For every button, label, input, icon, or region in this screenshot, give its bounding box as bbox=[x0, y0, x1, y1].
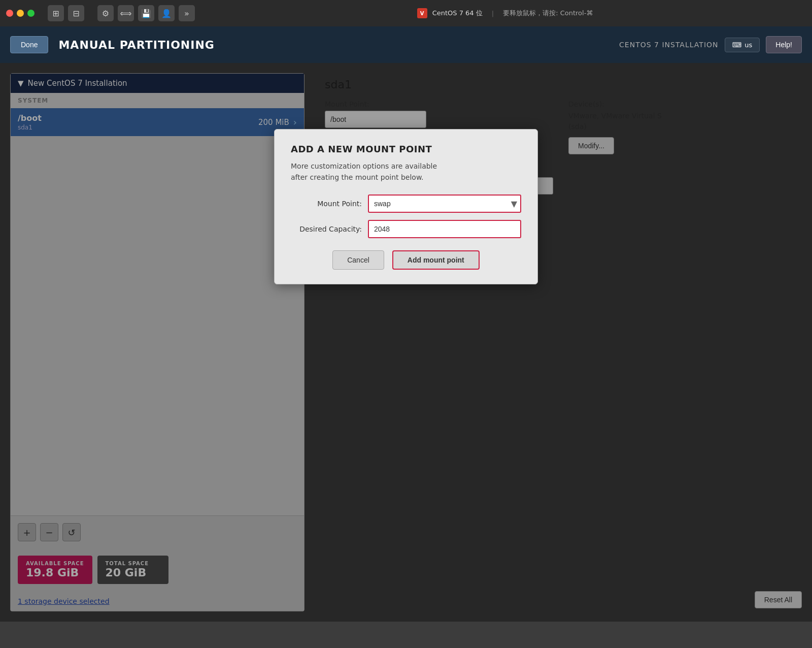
modal-buttons: Cancel Add mount point bbox=[291, 250, 521, 270]
keyboard-layout: us bbox=[745, 41, 752, 49]
cancel-button[interactable]: Cancel bbox=[332, 250, 384, 270]
done-button[interactable]: Done bbox=[10, 36, 48, 53]
connection-icon[interactable]: ⟺ bbox=[118, 5, 134, 21]
modal-capacity-row: Desired Capacity: bbox=[291, 220, 521, 238]
keyboard-icon: ⌨ bbox=[732, 41, 742, 49]
disk-icon[interactable]: 💾 bbox=[138, 5, 154, 21]
page-title: MANUAL PARTITIONING bbox=[58, 39, 214, 51]
centos-label: CENTOS 7 INSTALLATION bbox=[619, 41, 718, 49]
modal-mount-point-select[interactable]: swap / /boot /home /var /tmp bbox=[368, 195, 521, 213]
add-mount-point-dialog: ADD A NEW MOUNT POINT More customization… bbox=[274, 129, 538, 284]
display-icon[interactable]: ⊟ bbox=[68, 5, 84, 21]
minimize-button[interactable] bbox=[17, 10, 24, 17]
vm-icon: V bbox=[417, 8, 427, 18]
modal-title: ADD A NEW MOUNT POINT bbox=[291, 144, 521, 154]
modal-overlay: ADD A NEW MOUNT POINT More customization… bbox=[0, 63, 812, 622]
help-button[interactable]: Help! bbox=[766, 36, 802, 53]
titlebar-center: V CentOS 7 64 位 | 要释放鼠标，请按: Control-⌘ bbox=[204, 8, 806, 18]
titlebar-hint: 要释放鼠标，请按: Control-⌘ bbox=[503, 9, 593, 18]
sidebar-icon[interactable]: ⊞ bbox=[48, 5, 64, 21]
modal-mount-point-label: Mount Point: bbox=[291, 200, 362, 208]
modal-description: More customization options are available… bbox=[291, 160, 521, 183]
modal-mount-point-row: Mount Point: swap / /boot /home /var /tm… bbox=[291, 195, 521, 213]
modal-capacity-label: Desired Capacity: bbox=[291, 225, 362, 233]
more-icon[interactable]: » bbox=[179, 5, 195, 21]
user-icon[interactable]: 👤 bbox=[158, 5, 175, 21]
add-mount-point-button[interactable]: Add mount point bbox=[392, 250, 480, 270]
app-header: Done MANUAL PARTITIONING CENTOS 7 INSTAL… bbox=[0, 26, 812, 63]
modal-mount-point-wrapper: swap / /boot /home /var /tmp ▼ bbox=[368, 195, 521, 213]
close-button[interactable] bbox=[6, 10, 13, 17]
header-left: Done MANUAL PARTITIONING bbox=[10, 36, 215, 53]
keyboard-button[interactable]: ⌨ us bbox=[725, 38, 760, 52]
toolbar-icons: ⚙ ⟺ 💾 👤 » bbox=[97, 5, 195, 21]
header-right: CENTOS 7 INSTALLATION ⌨ us Help! bbox=[619, 36, 802, 53]
vm-name: CentOS 7 64 位 bbox=[432, 9, 483, 18]
modal-capacity-input[interactable] bbox=[368, 220, 521, 238]
settings-icon[interactable]: ⚙ bbox=[97, 5, 114, 21]
main-content: ▼ New CentOS 7 Installation SYSTEM /boot… bbox=[0, 63, 812, 622]
maximize-button[interactable] bbox=[27, 10, 35, 17]
titlebar: ⊞ ⊟ ⚙ ⟺ 💾 👤 » V CentOS 7 64 位 | 要释放鼠标，请按… bbox=[0, 0, 812, 26]
tb-sep: | bbox=[492, 10, 494, 17]
traffic-lights bbox=[6, 10, 35, 17]
window-icons: ⊞ ⊟ bbox=[48, 5, 84, 21]
